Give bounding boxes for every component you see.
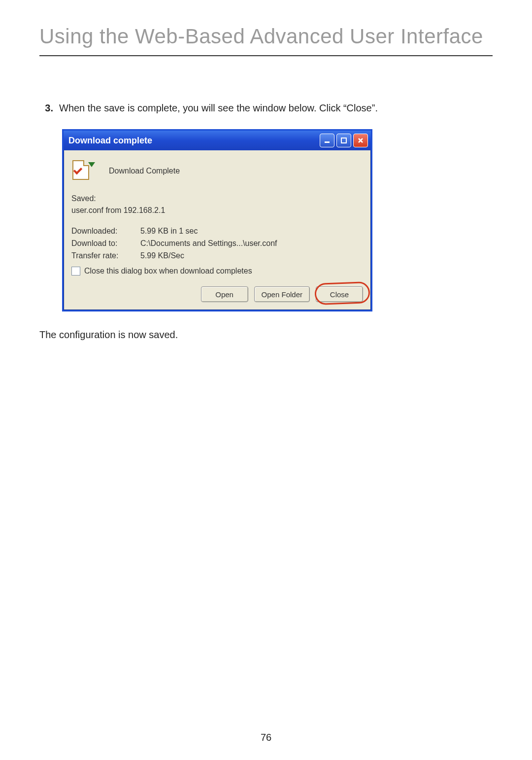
step-3: 3. When the save is complete, you will s… xyxy=(39,101,493,115)
download-to-label: Download to: xyxy=(71,238,140,250)
maximize-icon[interactable] xyxy=(336,134,351,147)
step-text: When the save is complete, you will see … xyxy=(59,101,493,115)
dialog-header-text: Download Complete xyxy=(109,167,180,175)
minimize-icon[interactable] xyxy=(320,134,334,147)
window-controls xyxy=(320,134,368,147)
page-title: Using the Web-Based Advanced User Interf… xyxy=(39,25,493,56)
page-number: 76 xyxy=(0,732,532,743)
dialog-body: Download Complete Saved: user.conf from … xyxy=(64,150,371,310)
close-icon[interactable] xyxy=(353,134,368,147)
auto-close-checkbox[interactable] xyxy=(71,267,80,276)
open-folder-button[interactable]: Open Folder xyxy=(254,286,310,302)
transfer-rate-value: 5.99 KB/Sec xyxy=(140,250,184,262)
svg-rect-0 xyxy=(325,141,330,143)
close-button[interactable]: Close xyxy=(316,286,363,302)
saved-file: user.conf from 192.168.2.1 xyxy=(71,205,363,216)
saved-label: Saved: xyxy=(71,193,363,205)
transfer-rate-label: Transfer rate: xyxy=(71,250,140,262)
downloaded-label: Downloaded: xyxy=(71,225,140,238)
dialog-screenshot: Download complete xyxy=(62,129,493,311)
download-complete-dialog: Download complete xyxy=(62,129,372,311)
post-text: The configuration is now saved. xyxy=(39,329,493,341)
open-button[interactable]: Open xyxy=(201,286,248,302)
step-number: 3. xyxy=(39,101,53,115)
svg-rect-1 xyxy=(341,138,346,143)
dialog-title: Download complete xyxy=(68,136,318,146)
download-complete-icon xyxy=(71,159,95,183)
downloaded-value: 5.99 KB in 1 sec xyxy=(140,225,198,238)
auto-close-label: Close this dialog box when download comp… xyxy=(84,267,252,276)
manual-page: Using the Web-Based Advanced User Interf… xyxy=(0,0,532,760)
download-to-value: C:\Documents and Settings...\user.conf xyxy=(140,238,277,250)
titlebar: Download complete xyxy=(64,131,371,150)
